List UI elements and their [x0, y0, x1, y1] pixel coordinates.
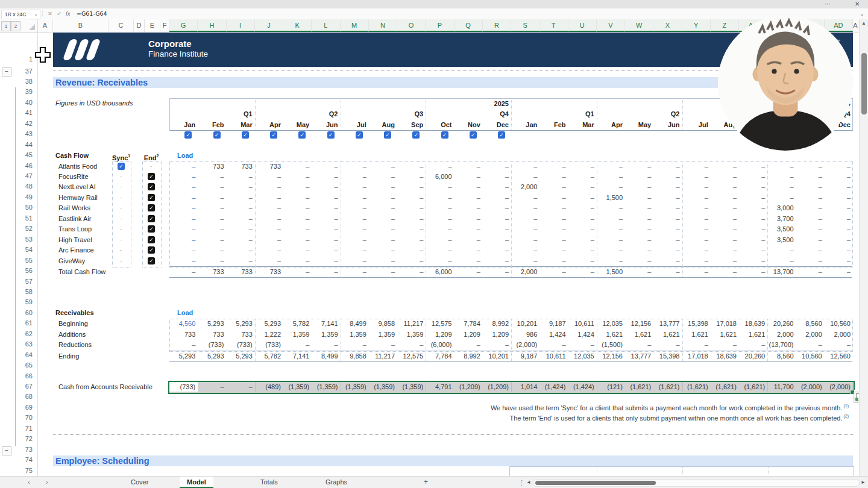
receivables-values-2-cell[interactable]: –	[825, 340, 853, 350]
cash-flow-values-9-cell[interactable]: –	[198, 256, 226, 266]
cash-flow-values-9-cell[interactable]: –	[369, 256, 397, 266]
row-header-60[interactable]: 60	[16, 309, 33, 316]
total-cash-flow-values-cell[interactable]: –	[454, 267, 483, 277]
receivables-values-0-cell[interactable]: 12,575	[426, 319, 454, 329]
cash-flow-values-6-cell[interactable]: –	[739, 224, 767, 234]
receivables-values-1-cell[interactable]: 1,621	[625, 330, 653, 340]
cash-flow-values-8-cell[interactable]: –	[796, 245, 825, 255]
cash-flow-values-4-cell[interactable]: –	[682, 203, 711, 213]
receivables-values-3-cell[interactable]: 18,639	[711, 351, 739, 361]
cash-flow-values-7-cell[interactable]: –	[796, 235, 825, 245]
cash-flow-values-5-cell[interactable]: –	[796, 214, 825, 224]
cash-flow-values-7-cell[interactable]: –	[169, 235, 198, 245]
cash-flow-values-5-cell[interactable]: –	[255, 214, 283, 224]
receivables-values-2-cell[interactable]: –	[682, 340, 711, 350]
receivables-values-2-cell[interactable]: –	[454, 340, 483, 350]
cash-flow-values-2-cell[interactable]: –	[539, 182, 568, 192]
total-cash-flow-values-cell[interactable]: –	[825, 267, 853, 277]
cash-flow-values-4-cell[interactable]: –	[653, 203, 682, 213]
month-checkbox[interactable]: ✓	[356, 131, 363, 139]
row-header-62[interactable]: 62	[16, 330, 33, 337]
tab-model[interactable]: Model	[180, 477, 213, 488]
cash-flow-values-0-cell[interactable]: –	[312, 161, 340, 172]
cash-flow-values-4-cell[interactable]: –	[568, 203, 597, 213]
total-cash-flow-values-cell[interactable]: 6,000	[426, 267, 454, 277]
cash-flow-values-9-cell[interactable]: –	[169, 256, 198, 266]
cash-flow-values-5-cell[interactable]: –	[511, 214, 539, 224]
cash-flow-values-2-cell[interactable]: –	[397, 182, 426, 192]
cash-flow-values-9-cell[interactable]: –	[625, 256, 653, 266]
receivables-values-2-cell[interactable]: –	[169, 340, 198, 350]
cash-flow-values-8-cell[interactable]: –	[369, 245, 397, 255]
cash-flow-values-9-cell[interactable]: –	[483, 256, 511, 266]
receivables-values-0-cell[interactable]: 8,499	[341, 319, 369, 329]
cash-flow-values-0-cell[interactable]: –	[426, 161, 454, 172]
receivables-values-0-cell[interactable]: 11,217	[397, 319, 426, 329]
cash-flow-values-7-cell[interactable]: –	[711, 235, 739, 245]
cash-flow-values-6-cell[interactable]: –	[653, 224, 682, 234]
cash-flow-values-3-cell[interactable]: –	[711, 193, 739, 203]
cash-flow-values-1-cell[interactable]: –	[597, 172, 625, 182]
cash-flow-values-4-cell[interactable]: –	[796, 203, 825, 213]
cash-flow-values-0-cell[interactable]: 733	[198, 161, 226, 172]
cash-flow-values-1-cell[interactable]: –	[625, 172, 653, 182]
cash-flow-values-0-cell[interactable]: –	[539, 161, 568, 172]
end-checkbox-8[interactable]: ✓	[148, 246, 155, 254]
receivables-values-0-cell[interactable]: 5,782	[283, 319, 312, 329]
cash-flow-values-9-cell[interactable]: –	[711, 256, 739, 266]
column-header-X[interactable]: X	[653, 19, 682, 32]
cash-from-ar-values-cell[interactable]: (1,209)	[454, 382, 483, 392]
cash-flow-values-8-cell[interactable]: –	[283, 245, 312, 255]
cash-flow-values-0-cell[interactable]: –	[169, 161, 198, 172]
cash-flow-values-2-cell[interactable]: –	[796, 182, 825, 192]
cash-flow-values-5-cell[interactable]: –	[625, 214, 653, 224]
scroll-left-icon[interactable]: ◄	[526, 480, 531, 485]
horizontal-scroll-thumb[interactable]	[535, 481, 656, 485]
column-header-AD[interactable]: AD	[825, 19, 853, 32]
month-checkbox[interactable]: ✓	[384, 131, 391, 139]
receivables-values-0-cell[interactable]: 15,398	[682, 319, 711, 329]
receivables-values-1-cell[interactable]: 1,209	[454, 330, 483, 340]
cash-from-ar-values-cell[interactable]: (1,621)	[653, 382, 682, 392]
column-header-P[interactable]: P	[426, 19, 454, 32]
row-header-69[interactable]: 69	[16, 404, 33, 411]
cash-flow-values-4-cell[interactable]: –	[198, 203, 226, 213]
cash-flow-values-6-cell[interactable]: –	[169, 224, 198, 234]
sync-unchecked-9[interactable]: -	[120, 258, 122, 264]
cash-flow-values-0-cell[interactable]: –	[625, 161, 653, 172]
month-checkbox[interactable]: ✓	[242, 131, 249, 139]
receivables-values-3-cell[interactable]: 12,035	[568, 351, 597, 361]
receivables-values-0-cell[interactable]: 8,560	[796, 319, 825, 329]
formula-input[interactable]: =G61-G64	[77, 10, 107, 18]
receivables-values-3-cell[interactable]: 5,293	[198, 351, 226, 361]
column-header-A[interactable]: A	[853, 19, 858, 32]
receivables-values-2-cell[interactable]: (733)	[255, 340, 283, 350]
receivables-values-2-cell[interactable]: –	[312, 340, 340, 350]
sync-unchecked-6[interactable]: -	[120, 226, 122, 232]
row-header-59[interactable]: 59	[16, 298, 33, 305]
cash-flow-values-1-cell[interactable]: –	[227, 172, 255, 182]
cash-flow-values-8-cell[interactable]: –	[255, 245, 283, 255]
row-header-49[interactable]: 49	[16, 193, 33, 201]
cash-flow-values-5-cell[interactable]: –	[653, 214, 682, 224]
cash-flow-values-2-cell[interactable]: –	[227, 182, 255, 192]
receivables-values-2-cell[interactable]: (733)	[227, 340, 255, 350]
column-header-N[interactable]: N	[369, 19, 397, 32]
receivables-values-0-cell[interactable]: 10,560	[825, 319, 853, 329]
cash-flow-values-1-cell[interactable]: –	[767, 172, 796, 182]
receivables-values-1-cell[interactable]: 1,621	[682, 330, 711, 340]
cash-from-ar-values-cell[interactable]: (1,621)	[625, 382, 653, 392]
column-header-Y[interactable]: Y	[682, 19, 711, 32]
column-header-F[interactable]: F	[160, 19, 169, 32]
receivables-values-0-cell[interactable]: 7,141	[312, 319, 340, 329]
cash-flow-values-5-cell[interactable]: –	[483, 214, 511, 224]
cash-flow-values-1-cell[interactable]: –	[511, 172, 539, 182]
row-header-51[interactable]: 51	[16, 214, 33, 222]
cash-flow-values-9-cell[interactable]: –	[341, 256, 369, 266]
row-header-57[interactable]: 57	[16, 278, 33, 285]
cash-flow-values-7-cell[interactable]: –	[312, 235, 340, 245]
cash-from-ar-values-cell[interactable]: (1,359)	[369, 382, 397, 392]
cash-flow-values-7-cell[interactable]: 3,500	[767, 235, 796, 245]
receivables-values-1-cell[interactable]: 1,621	[711, 330, 739, 340]
receivables-values-2-cell[interactable]: –	[711, 340, 739, 350]
